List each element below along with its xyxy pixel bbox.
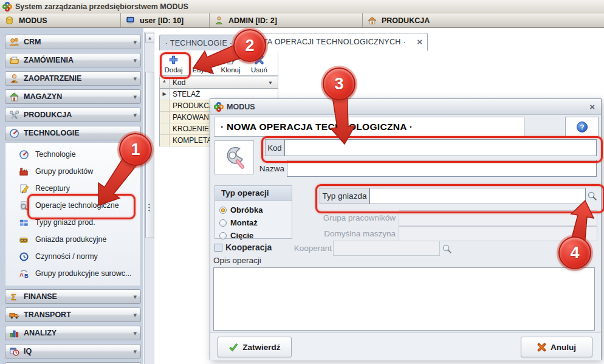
- calendar-clock-icon: [9, 346, 19, 357]
- sidebar-section-technologie[interactable]: TECHNOLOGIE ▴: [5, 126, 141, 140]
- add-button[interactable]: Dodaj: [159, 52, 188, 75]
- typ-gniazda-label: Typ gniazda: [320, 188, 369, 204]
- sidebar-section-magazyn[interactable]: MAGAZYN ▾: [5, 89, 141, 104]
- confirm-button[interactable]: Zatwierdź: [218, 337, 292, 357]
- scrollbar-thumb[interactable]: [145, 72, 154, 238]
- sidebar-item-grupy-produktow[interactable]: Grupy produktów: [5, 163, 140, 180]
- kooperant-search-button[interactable]: [440, 241, 453, 256]
- typ-gniazda-input[interactable]: [369, 188, 586, 204]
- window-title: System zarządzania przedsiębiorstwem MOD…: [15, 2, 188, 11]
- nazwa-label: Nazwa: [256, 164, 284, 173]
- chevron-up-icon: ▴: [133, 129, 137, 137]
- gauge-icon: [19, 149, 29, 160]
- svg-text:B: B: [24, 272, 29, 279]
- cancel-x-icon: [537, 343, 546, 352]
- kooperacja-checkbox[interactable]: [214, 244, 222, 252]
- home-icon: [368, 16, 377, 25]
- wrench-magnifier-icon: [221, 144, 248, 171]
- grid-header[interactable]: * Kod ▼: [160, 77, 278, 89]
- status-database-label: MODUS: [19, 16, 47, 25]
- svg-text:Σ: Σ: [11, 292, 16, 301]
- chevron-down-icon: ▾: [133, 329, 137, 337]
- app-logo-icon: [2, 2, 12, 12]
- opis-operacji-textarea[interactable]: [213, 267, 595, 331]
- callout-badge-3: 3: [323, 67, 355, 100]
- kod-input[interactable]: [284, 139, 597, 156]
- sidebar-section-iq[interactable]: IQ ▾: [5, 344, 141, 359]
- sidebar-item-grupy-produkcyjne-surowcow[interactable]: AB Grupy produkcyjne surowc...: [5, 265, 140, 282]
- radio-obrobka[interactable]: Obróbka: [215, 204, 292, 216]
- factory-icon: [19, 167, 29, 177]
- database-icon: [5, 16, 14, 25]
- clone-button[interactable]: Klonuj: [216, 52, 245, 75]
- chevron-down-icon: ▾: [133, 57, 137, 64]
- operation-icon-box: [214, 140, 254, 174]
- statusbar: MODUS user [ID: 10] ADMIN [ID: 2] PRODUK…: [0, 13, 604, 28]
- svg-text:A: A: [19, 271, 24, 278]
- radio-montaz[interactable]: Montaż: [215, 216, 292, 229]
- dialog-title: MODUS: [227, 103, 580, 111]
- operation-type-header: Typ operacji: [215, 186, 292, 201]
- sidebar-section-produkcja[interactable]: PRODUKCJA ▾: [5, 108, 141, 122]
- kooperant-input: [333, 241, 440, 256]
- domyslna-maszyna-input: [399, 226, 597, 241]
- sidebar-item-technologie[interactable]: Technologie: [5, 146, 140, 163]
- eraser-icon: [196, 54, 208, 66]
- status-database: MODUS: [0, 13, 121, 27]
- splitter-handle[interactable]: [148, 203, 150, 213]
- thumb-grip: [147, 149, 151, 156]
- scroll-up-button[interactable]: ▴: [145, 33, 154, 43]
- chevron-down-icon: ▾: [133, 111, 137, 119]
- filter-icon[interactable]: *: [160, 77, 170, 88]
- kod-label: Kod: [265, 139, 284, 156]
- sidebar-section-finanse[interactable]: Σ FINANSE ▾: [5, 289, 141, 304]
- magnifier-icon: [587, 191, 597, 201]
- people-icon: [9, 37, 19, 47]
- tab-bar: · TECHNOLOGIE · · LISTA OPERACJI TECHNOL…: [156, 32, 604, 51]
- window-titlebar: System zarządzania przedsiębiorstwem MOD…: [0, 0, 604, 13]
- opis-operacji-label: Opis operacji: [213, 256, 261, 265]
- sidebar-item-typy-gniazd[interactable]: Typy gniazd prod.: [5, 214, 140, 231]
- new-operation-dialog: MODUS × · NOWA OPERACJA TECHNOLOGICZNA ·…: [210, 98, 602, 360]
- sidebar-section-crm[interactable]: CRM ▾: [5, 35, 141, 49]
- row-marker-icon: ▶: [160, 89, 170, 100]
- plus-icon: [168, 54, 179, 66]
- check-icon: [228, 342, 238, 352]
- gauge-icon: [9, 128, 19, 139]
- cancel-button[interactable]: Anuluj: [521, 337, 592, 357]
- sidebar-section-transport[interactable]: TRANSPORT ▾: [5, 307, 141, 322]
- sidebar-technologie-panel: Technologie Grupy produktów Receptury Op…: [5, 142, 141, 286]
- sidebar-section-zaopatrzenie[interactable]: ZAOPATRZENIE ▾: [5, 71, 141, 86]
- tab-close-icon[interactable]: ×: [417, 38, 422, 46]
- nazwa-input[interactable]: [287, 160, 597, 177]
- sidebar-item-gniazda-produkcyjne[interactable]: Gniazda produkcyjne: [5, 231, 140, 248]
- sidebar-item-operacje-technologiczne[interactable]: Operacje technologiczne: [5, 197, 140, 214]
- typ-gniazda-search-button[interactable]: [585, 188, 599, 204]
- app-logo-icon: [214, 102, 224, 112]
- grupa-pracownikow-input: [399, 210, 597, 225]
- tab-lista-operacji[interactable]: · LISTA OPERACJI TECHNOLOGICZNYCH · ×: [238, 33, 428, 51]
- status-user: user [ID: 10]: [121, 13, 210, 27]
- tab-technologie[interactable]: · TECHNOLOGIE ·: [159, 35, 238, 50]
- sidebar-section-analizy[interactable]: ANALIZY ▾: [5, 326, 141, 340]
- dropdown-arrow-icon[interactable]: ▼: [268, 77, 278, 88]
- person-icon: [9, 74, 19, 84]
- status-role-label: ADMIN [ID: 2]: [228, 16, 277, 25]
- toolbar: Dodaj Edytuj Klonuj Usuń: [159, 52, 278, 76]
- status-role: ADMIN [ID: 2]: [210, 13, 363, 27]
- radio-ciecie[interactable]: Cięcie: [215, 229, 292, 242]
- chain-icon: [19, 235, 29, 245]
- operation-type-group: Typ operacji Obróbka Montaż Cięcie: [214, 185, 292, 239]
- grid-header-kod[interactable]: Kod: [170, 77, 268, 88]
- monitor-icon: [126, 16, 135, 25]
- chevron-down-icon: ▾: [133, 311, 137, 319]
- sidebar-item-czynnosci-normy[interactable]: Czynności / normy: [5, 248, 140, 265]
- sidebar-section-zamowienia[interactable]: ZAMÓWIENIA ▾: [5, 53, 141, 67]
- delete-button[interactable]: Usuń: [245, 52, 273, 75]
- dialog-titlebar: MODUS ×: [210, 99, 601, 115]
- radio-icon: [219, 232, 227, 239]
- help-button[interactable]: ?: [565, 117, 599, 137]
- close-icon[interactable]: ×: [583, 101, 601, 112]
- sidebar-item-receptury[interactable]: Receptury: [5, 180, 140, 197]
- edit-button[interactable]: Edytuj: [188, 52, 216, 75]
